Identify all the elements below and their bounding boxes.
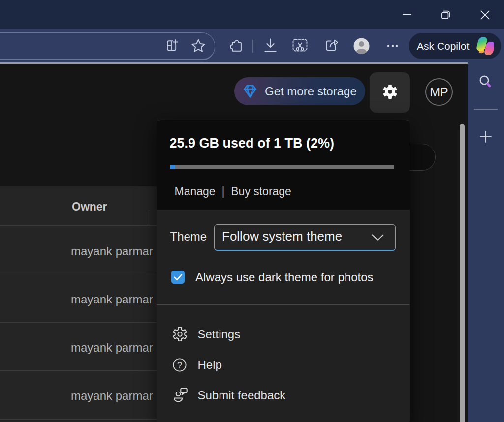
svg-text:?: ? <box>177 361 182 370</box>
